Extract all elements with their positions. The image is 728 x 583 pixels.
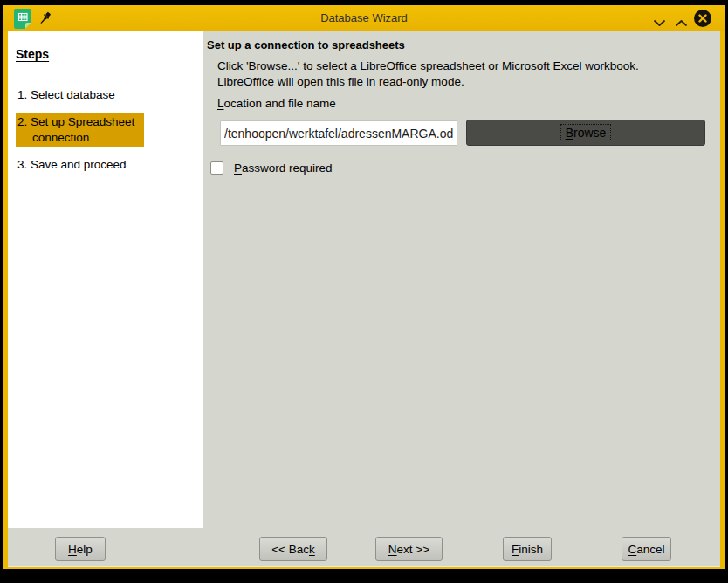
sidebar-step-setup-spreadsheet-connection[interactable]: 2. Set up Spreadsheet connection bbox=[16, 113, 144, 147]
close-icon[interactable] bbox=[694, 10, 711, 27]
next-button[interactable]: Next >> bbox=[375, 537, 443, 561]
password-required-label[interactable]: Password required bbox=[234, 161, 333, 175]
chevron-up-icon[interactable] bbox=[675, 15, 689, 24]
steps-heading: Steps bbox=[16, 47, 49, 61]
steps-list: 1. Select database 2. Set up Spreadsheet… bbox=[16, 86, 144, 182]
sidebar-top-rule bbox=[16, 38, 203, 38]
cancel-button[interactable]: Cancel bbox=[622, 537, 671, 561]
sidebar-step-save-and-proceed[interactable]: 3. Save and proceed bbox=[16, 155, 144, 175]
page-title: Set up a connection to spreadsheets bbox=[207, 38, 405, 51]
main-panel: Set up a connection to spreadsheets Clic… bbox=[203, 31, 720, 567]
dialog-body: Steps 1. Select database 2. Set up Sprea… bbox=[8, 31, 720, 567]
sidebar-step-select-database[interactable]: 1. Select database bbox=[16, 86, 144, 105]
password-required-row: Password required bbox=[210, 161, 333, 175]
password-required-checkbox[interactable] bbox=[210, 161, 223, 175]
back-button[interactable]: << Back bbox=[259, 537, 327, 561]
description-line-1: Click 'Browse...' to select a LibreOffic… bbox=[217, 58, 639, 74]
description-line-2: LibreOffice will open this file in read-… bbox=[217, 74, 639, 90]
window-title: Database Wizard bbox=[3, 11, 725, 24]
finish-button[interactable]: Finish bbox=[503, 537, 552, 561]
location-file-name-input[interactable] bbox=[220, 120, 457, 146]
help-button[interactable]: Help bbox=[55, 537, 106, 561]
browse-button[interactable]: Browse bbox=[466, 120, 705, 146]
description-text: Click 'Browse...' to select a LibreOffic… bbox=[217, 58, 639, 90]
steps-sidebar: Steps 1. Select database 2. Set up Sprea… bbox=[8, 31, 203, 528]
chevron-down-icon[interactable] bbox=[653, 15, 667, 24]
location-label: Location and file name bbox=[217, 97, 336, 110]
window-frame: Steps 1. Select database 2. Set up Sprea… bbox=[3, 31, 725, 569]
window-titlebar: Database Wizard bbox=[3, 5, 725, 31]
